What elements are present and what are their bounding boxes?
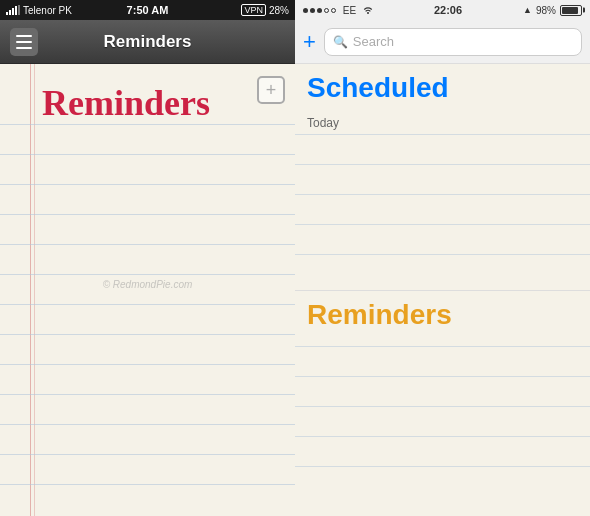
nb-line [295,134,590,135]
svg-rect-1 [9,10,11,15]
page-title-left: Reminders [42,82,210,124]
hamburger-line-2 [16,41,32,43]
nb-line [295,346,590,347]
scheduled-section: Scheduled Today [295,64,590,291]
red-margin-1 [30,64,31,516]
search-placeholder: Search [353,34,394,49]
menu-button[interactable] [10,28,38,56]
nb-line [295,164,590,165]
svg-rect-3 [15,6,17,15]
right-signal: EE [303,5,373,16]
nb-line [295,406,590,407]
nb-line [0,394,295,395]
nb-line [295,254,590,255]
signal-dot-3 [317,8,322,13]
location-icon: ▲ [523,5,532,15]
nb-line [0,274,295,275]
search-area: + 🔍 Search [295,20,590,64]
nb-line [0,364,295,365]
nb-line [295,436,590,437]
nb-line [0,124,295,125]
signal-dot-5 [331,8,336,13]
watermark: © RedmondPie.com [103,279,193,290]
battery-percent: 28% [269,5,289,16]
signal-dot-2 [310,8,315,13]
svg-rect-4 [18,5,20,15]
nb-line [0,484,295,485]
nb-line [0,184,295,185]
nb-line [0,304,295,305]
nb-line [295,376,590,377]
right-status-icons: VPN 28% [241,4,289,16]
search-icon: 🔍 [333,35,348,49]
battery-fill [562,7,578,14]
svg-rect-0 [6,12,8,15]
add-button[interactable]: + [303,31,316,53]
scheduled-title: Scheduled [307,72,449,104]
notebook-area: + Reminders © RedmondPie.com [0,64,295,516]
vpn-label: VPN [241,4,266,16]
right-battery-area: ▲ 98% [523,5,582,16]
nb-line [0,244,295,245]
right-status-bar: EE 22:06 ▲ 98% [295,0,590,20]
right-phone: EE 22:06 ▲ 98% + 🔍 Search [295,0,590,516]
nb-line [0,454,295,455]
svg-rect-2 [12,8,14,15]
left-nav-bar: Reminders [0,20,295,64]
signal-icon [6,5,20,15]
time-display: 7:50 AM [127,4,169,16]
add-reminder-button[interactable]: + [257,76,285,104]
reminders-section: Reminders [295,291,590,517]
red-margin-2 [34,64,35,516]
notebook-lines [0,64,295,516]
plus-icon: + [266,81,277,99]
right-content: Scheduled Today Reminders [295,64,590,516]
nb-line [295,466,590,467]
reminders-title: Reminders [307,299,452,331]
nb-line [0,154,295,155]
wifi-icon [363,5,373,15]
battery-icon [560,5,582,16]
nb-line [295,224,590,225]
hamburger-line-1 [16,35,32,37]
nav-title: Reminders [104,32,192,52]
nb-line [0,334,295,335]
carrier-name: Telenor PK [23,5,72,16]
left-status-bar: Telenor PK 7:50 AM VPN 28% [0,0,295,20]
nb-line [295,194,590,195]
hamburger-line-3 [16,47,32,49]
signal-dot-1 [303,8,308,13]
today-label: Today [307,116,339,130]
right-carrier: EE [343,5,356,16]
right-time: 22:06 [434,4,462,16]
nb-line [0,424,295,425]
left-carrier-info: Telenor PK [6,5,72,16]
battery-percent-right: 98% [536,5,556,16]
search-bar[interactable]: 🔍 Search [324,28,582,56]
signal-dot-4 [324,8,329,13]
left-phone: Telenor PK 7:50 AM VPN 28% Reminders [0,0,295,516]
nb-line [0,214,295,215]
